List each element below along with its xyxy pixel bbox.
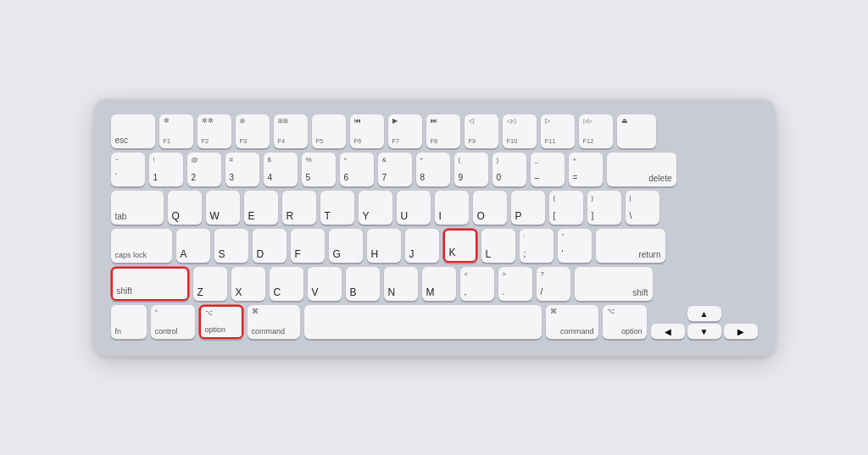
- key-capslock[interactable]: caps lock: [111, 229, 172, 263]
- key-p[interactable]: P: [511, 191, 545, 225]
- key-backslash[interactable]: | \: [626, 191, 659, 225]
- key-a[interactable]: A: [176, 229, 210, 263]
- key-eject[interactable]: ⏏: [617, 114, 656, 148]
- key-1[interactable]: ! 1: [149, 153, 183, 186]
- key-f12[interactable]: ▷▷ F12: [579, 114, 613, 148]
- key-f11[interactable]: ▷ F11: [541, 114, 575, 148]
- key-z[interactable]: Z: [193, 267, 227, 301]
- asdf-row: caps lock A S D F G H J K L : ; " ' retu…: [111, 229, 758, 263]
- key-v[interactable]: V: [308, 267, 342, 301]
- key-5[interactable]: % 5: [302, 153, 336, 186]
- keyboard: esc ✲ F1 ✲✲ F2 ⊞ F3 ⊞⊞ F4 F5 ⏮ F6 ▶ F7: [94, 99, 775, 356]
- key-2[interactable]: @ 2: [187, 153, 221, 186]
- key-x[interactable]: X: [231, 267, 265, 301]
- bottom-row: fn ^ control ⌥ option ⌘ command ⌘ comman…: [111, 305, 758, 339]
- key-9[interactable]: ( 9: [454, 153, 488, 186]
- key-f9[interactable]: ◁ F9: [465, 114, 498, 148]
- key-3[interactable]: # 3: [225, 153, 259, 186]
- key-arrow-right[interactable]: ▶: [724, 324, 758, 339]
- key-comma[interactable]: < ,: [460, 267, 494, 301]
- key-d[interactable]: D: [253, 229, 287, 263]
- key-esc[interactable]: esc: [111, 114, 155, 148]
- key-f[interactable]: F: [291, 229, 325, 263]
- key-q[interactable]: Q: [168, 191, 202, 225]
- key-command-right[interactable]: ⌘ command: [546, 305, 598, 339]
- key-o[interactable]: O: [473, 191, 507, 225]
- key-slash[interactable]: ? /: [537, 267, 570, 301]
- key-0[interactable]: ) 0: [492, 153, 526, 186]
- key-shift-left[interactable]: shift: [111, 267, 189, 301]
- key-f5[interactable]: F5: [312, 114, 346, 148]
- key-u[interactable]: U: [397, 191, 431, 225]
- key-return[interactable]: return: [596, 229, 665, 263]
- key-r[interactable]: R: [282, 191, 316, 225]
- key-s[interactable]: S: [214, 229, 248, 263]
- key-g[interactable]: G: [329, 229, 363, 263]
- key-w[interactable]: W: [206, 191, 240, 225]
- key-f10[interactable]: ◁◁ F10: [503, 114, 537, 148]
- key-delete[interactable]: delete: [607, 153, 676, 186]
- key-spacebar[interactable]: [304, 305, 542, 339]
- key-b[interactable]: B: [346, 267, 380, 301]
- key-j[interactable]: J: [405, 229, 439, 263]
- key-e[interactable]: E: [244, 191, 278, 225]
- key-period[interactable]: > .: [498, 267, 532, 301]
- key-k[interactable]: K: [443, 229, 477, 263]
- key-arrow-down[interactable]: ▼: [687, 324, 721, 339]
- key-f3[interactable]: ⊞ F3: [236, 114, 270, 148]
- key-minus[interactable]: _ –: [531, 153, 565, 186]
- key-7[interactable]: & 7: [378, 153, 412, 186]
- key-shift-right[interactable]: shift: [575, 267, 653, 301]
- key-quote[interactable]: " ': [558, 229, 592, 263]
- key-f2[interactable]: ✲✲ F2: [198, 114, 231, 148]
- key-option-right[interactable]: ⌥ option: [603, 305, 647, 339]
- key-option-left[interactable]: ⌥ option: [199, 305, 243, 339]
- key-c[interactable]: C: [270, 267, 303, 301]
- key-command-left[interactable]: ⌘ command: [248, 305, 300, 339]
- qwerty-row: tab Q W E R T Y U I O P { [ } ] | \: [111, 191, 758, 225]
- arrow-bottom-row: ◀ ▼ ▶: [651, 324, 758, 339]
- key-fn[interactable]: fn: [111, 305, 147, 339]
- key-i[interactable]: I: [435, 191, 469, 225]
- key-f4[interactable]: ⊞⊞ F4: [274, 114, 308, 148]
- key-rbracket[interactable]: } ]: [587, 191, 621, 225]
- arrow-cluster: ▲ ◀ ▼ ▶: [651, 306, 758, 339]
- key-tab[interactable]: tab: [111, 191, 164, 225]
- key-f7[interactable]: ▶ F7: [388, 114, 422, 148]
- key-n[interactable]: N: [384, 267, 418, 301]
- key-tilde[interactable]: ~ `: [111, 153, 145, 186]
- key-f6[interactable]: ⏮ F6: [350, 114, 384, 148]
- key-t[interactable]: T: [320, 191, 354, 225]
- key-control[interactable]: ^ control: [151, 305, 195, 339]
- key-4[interactable]: $ 4: [264, 153, 298, 186]
- key-f1[interactable]: ✲ F1: [159, 114, 193, 148]
- key-y[interactable]: Y: [359, 191, 392, 225]
- key-arrow-left[interactable]: ◀: [651, 324, 685, 339]
- key-lbracket[interactable]: { [: [549, 191, 583, 225]
- key-8[interactable]: * 8: [416, 153, 450, 186]
- key-arrow-up[interactable]: ▲: [687, 306, 721, 321]
- key-semicolon[interactable]: : ;: [520, 229, 554, 263]
- key-l[interactable]: L: [481, 229, 515, 263]
- function-row: esc ✲ F1 ✲✲ F2 ⊞ F3 ⊞⊞ F4 F5 ⏮ F6 ▶ F7: [111, 114, 758, 148]
- arrow-up-row: ▲: [651, 306, 758, 321]
- key-f8[interactable]: ⏭ F8: [426, 114, 460, 148]
- number-row: ~ ` ! 1 @ 2 # 3 $ 4 % 5 ^ 6 & 7: [111, 153, 758, 186]
- key-6[interactable]: ^ 6: [340, 153, 374, 186]
- key-h[interactable]: H: [367, 229, 401, 263]
- zxcv-row: shift Z X C V B N M < , > . ? / shift: [111, 267, 758, 301]
- key-equals[interactable]: + =: [569, 153, 603, 186]
- key-m[interactable]: M: [422, 267, 456, 301]
